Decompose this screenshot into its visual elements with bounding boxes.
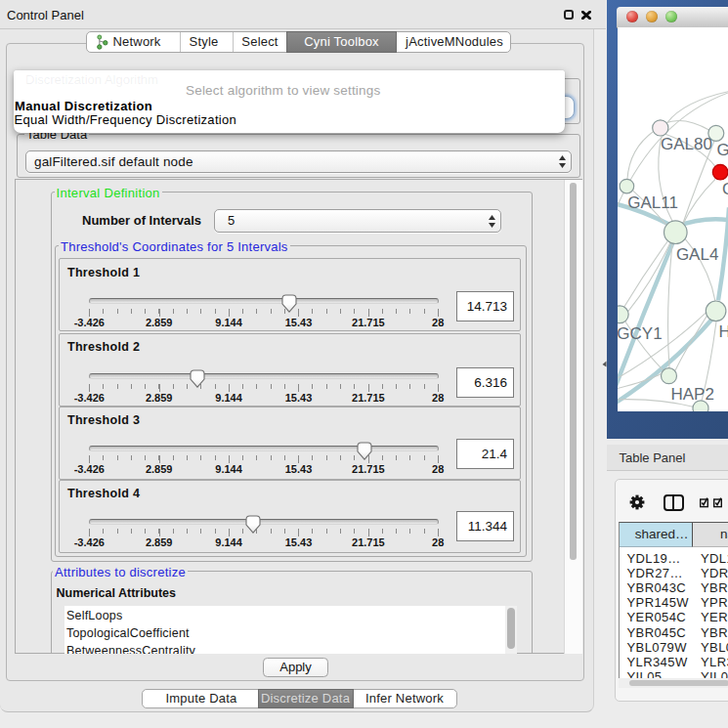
svg-text:HAP2: HAP2 [671,385,714,404]
svg-text:GAL80: GAL80 [661,135,712,153]
svg-text:GAL11: GAL11 [627,193,678,212]
svg-text:GCY1: GCY1 [618,324,663,343]
svg-text:H: H [719,322,728,341]
svg-text:C: C [722,180,728,198]
svg-text:GAL4: GAL4 [676,245,718,264]
svg-text:G.: G. [717,141,728,159]
